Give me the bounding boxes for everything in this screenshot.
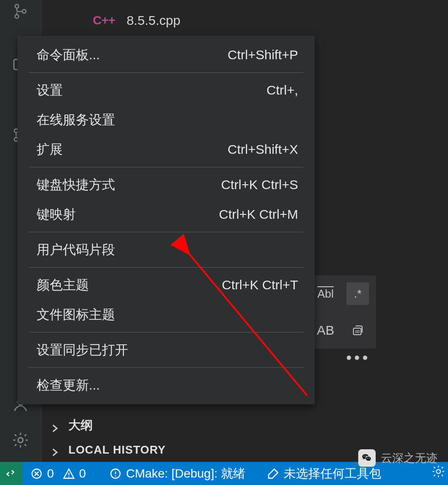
chevron-right-icon [51,446,59,454]
menu-item[interactable]: 在线服务设置 [17,105,315,135]
menu-item[interactable]: 文件图标主题 [17,300,315,329]
watermark: 云深之无迹 [354,447,442,469]
svg-point-15 [436,469,440,473]
menu-item[interactable]: 检查更新... [17,370,315,400]
menu-item-label: 设置同步已打开 [37,341,128,359]
menu-item-label: 用户代码片段 [37,241,115,259]
warning-count: 0 [79,467,86,481]
gear-icon[interactable] [9,429,32,451]
menu-item-label: 在线服务设置 [37,111,115,129]
svg-point-0 [15,4,19,8]
menu-item-label: 检查更新... [37,376,100,394]
menu-separator [29,167,303,167]
match-word-button[interactable]: Abl [314,282,337,305]
menu-separator [29,332,303,332]
local-history-label: LOCAL HISTORY [68,443,166,457]
menu-item-label: 颜色主题 [37,276,89,294]
menu-item-shortcut: Ctrl+, [266,83,298,98]
cpp-file-icon: C++ [93,14,115,27]
cmake-status[interactable]: CMake: [Debug]: 就绪 [102,462,253,485]
menu-item-shortcut: Ctrl+Shift+P [227,47,298,62]
file-name: 8.5.5.cpp [126,13,180,28]
problems-warnings[interactable]: 0 [62,462,94,485]
outline-label: 大纲 [68,417,93,434]
replace-in-selection-button[interactable]: ab [346,319,369,342]
menu-item-shortcut: Ctrl+Shift+X [227,142,298,157]
menu-item-label: 扩展 [37,141,63,159]
menu-separator [29,267,303,268]
menu-item-label: 设置 [37,81,63,99]
menu-item-shortcut: Ctrl+K Ctrl+S [221,177,298,192]
file-row[interactable]: C++ 8.5.5.cpp [41,9,180,32]
chevron-right-icon [51,421,59,429]
svg-point-12 [68,476,69,477]
menu-item-shortcut: Ctrl+K Ctrl+M [219,207,298,222]
menu-item[interactable]: 颜色主题Ctrl+K Ctrl+T [17,270,315,300]
menu-item[interactable]: 用户代码片段 [17,235,315,265]
error-count: 0 [47,467,54,481]
menu-item-label: 命令面板... [37,46,100,64]
menu-item-label: 键盘快捷方式 [37,176,115,194]
menu-item[interactable]: 命令面板...Ctrl+Shift+P [17,40,315,70]
svg-text:ab: ab [355,329,360,334]
menu-separator [29,367,303,368]
menu-item[interactable]: 键映射Ctrl+K Ctrl+M [17,200,315,229]
find-replace-widget: a Abl .* AB ab [309,275,376,349]
remote-indicator[interactable] [0,462,23,485]
menu-item-shortcut: Ctrl+K Ctrl+T [222,278,298,292]
svg-point-1 [15,15,19,18]
preserve-case-button[interactable]: AB [314,319,337,342]
menu-item[interactable]: 扩展Ctrl+Shift+X [17,135,315,164]
problems-errors[interactable]: 0 [23,462,62,485]
menu-separator [29,232,303,232]
svg-point-2 [22,10,26,13]
menu-separator [29,72,303,73]
svg-point-8 [18,438,23,442]
cmake-status-label: CMake: [Debug]: 就绪 [126,465,245,482]
menu-item[interactable]: 设置Ctrl+, [17,75,315,105]
more-options-button[interactable]: ••• [346,349,370,367]
watermark-text: 云深之无迹 [381,451,438,466]
outline-section-header[interactable]: 大纲 [41,413,448,438]
wechat-icon [358,449,376,467]
regex-button[interactable]: .* [346,282,369,305]
menu-item[interactable]: 键盘快捷方式Ctrl+K Ctrl+S [17,170,315,200]
menu-item-label: 键映射 [37,206,76,224]
menu-item-label: 文件图标主题 [37,306,115,324]
svg-point-14 [115,475,116,476]
source-control-icon[interactable] [9,0,32,23]
settings-context-menu: 命令面板...Ctrl+Shift+P设置Ctrl+,在线服务设置扩展Ctrl+… [17,36,315,404]
menu-item[interactable]: 设置同步已打开 [17,335,315,365]
